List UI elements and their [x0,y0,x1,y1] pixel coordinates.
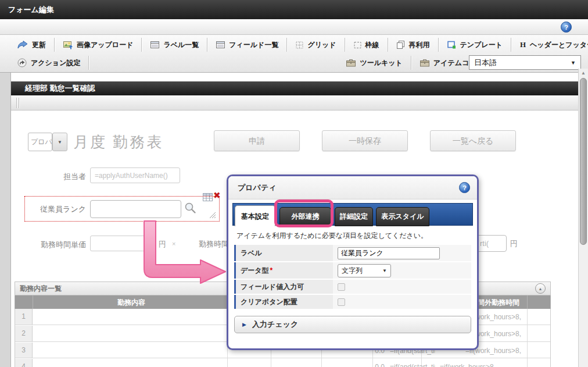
property-label: フィールド値入力可 [234,280,333,294]
cell-start-formula: =if(and(start_time> [390,363,435,367]
toolbar-separator [141,38,142,52]
back-to-list-button[interactable]: 一覧へ戻る [430,130,516,151]
property-row: フィールド値入力可 [234,280,471,294]
work-hours-suffix: 円 [510,238,518,249]
property-row: データ型* 文字列 ▼ [234,262,471,279]
toolkit-button[interactable]: ツールキット [339,55,409,71]
dialog-description: アイテムを利用するために必要な項目を設定してください。 [236,231,428,241]
left-gutter [0,73,11,367]
table-row[interactable]: 4 0.0 =if(and(start_time> =if(work_hours… [15,359,550,367]
label-list-button[interactable]: ラベル一覧 [144,37,206,53]
required-mark: * [270,266,273,275]
form-section-title: 経理部 勤怠一覧確認 [11,81,579,95]
clear-button-checkbox[interactable] [338,298,345,306]
toolbar-separator [438,38,439,52]
properties-dialog: プロパティ ? 基本設定 外部連携 詳細設定 表示スタイル アイテムを利用するた… [227,174,479,350]
grid-icon [296,41,303,49]
grid-button[interactable]: グリッド [289,37,343,53]
page-title: 月度 勤務表 [73,132,163,152]
data-type-value: 文字列 [342,266,363,275]
property-label: データ型* [234,262,333,279]
image-upload-button[interactable]: 画像アップロード [56,37,140,53]
callout-arrow [133,220,232,287]
action-settings-button[interactable]: アクション設定 [10,55,87,71]
title-prefix-combo[interactable]: プロパ [28,133,52,151]
column-header-overtime: 時間外勤務時間 [471,298,529,308]
action-settings-icon [17,58,27,67]
property-value: 文字列 ▼ [333,262,471,279]
property-row: クリアボタン配置 [234,295,471,309]
collapse-button[interactable]: ▲ [535,283,546,294]
input-check-accordion[interactable]: ▶ 入力チェック [234,316,471,333]
label-list-icon [150,41,159,48]
toolbar-separator [286,38,288,52]
tab-display-style[interactable]: 表示スタイル [376,207,429,226]
title-prefix-combo-button[interactable]: ▼ [52,133,67,151]
toolbar-row-2: アクション設定 ツールキット アイテムコピー [10,54,494,72]
cell-hours: 0.0 [340,363,385,367]
tab-detail-settings[interactable]: 詳細設定 [335,207,373,226]
reuse-button[interactable]: 再利用 [390,37,437,53]
toolbar-separator [207,38,208,52]
template-icon [447,41,456,49]
grid-label: グリッド [307,40,336,50]
header-footer-label: ヘッダーとフッター [530,40,588,50]
property-value [333,245,471,261]
action-settings-label: アクション設定 [31,58,80,68]
field-list-button[interactable]: フィールド一覧 [209,37,285,53]
property-label: ラベル [234,245,333,261]
field-list-label: フィールド一覧 [229,40,278,50]
dialog-property-rows: ラベル データ型* 文字列 ▼ フィールド値入力可 クリアボタン配置 [234,245,471,310]
toolbar-separator [411,56,412,70]
data-type-select[interactable]: 文字列 ▼ [338,264,391,277]
label-input[interactable] [338,247,440,259]
accordion-label: 入力チェック [252,320,298,329]
chevron-up-icon: ▲ [539,287,543,291]
template-button[interactable]: テンプレート [440,37,510,53]
tab-basic-settings[interactable]: 基本設定 [235,205,275,226]
language-select-value: 日本語 [474,58,497,67]
toolkit-icon [346,59,356,67]
dialog-title: プロパティ [228,176,477,199]
help-band: ? [0,19,588,35]
image-upload-label: 画像アップロード [77,40,133,50]
chevron-down-icon: ▼ [571,56,576,70]
chevron-down-icon: ▼ [382,265,387,277]
row-number: 2 [15,326,33,341]
image-upload-icon [63,41,73,49]
dialog-help-icon[interactable]: ? [459,182,470,193]
vertical-scrollbar[interactable]: ▲ [578,69,588,367]
form-subband [11,95,579,111]
toolbar-separator [388,38,389,52]
header-footer-button[interactable]: H ヘッダーとフッター [513,37,588,53]
scrollbar-thumb[interactable] [580,78,587,245]
row-number: 4 [15,359,33,367]
header-divider [527,295,528,309]
reuse-icon [397,41,405,49]
dialog-tabstrip: 基本設定 外部連携 詳細設定 表示スタイル [232,203,473,226]
header-footer-icon: H [520,40,526,49]
row-number: 3 [15,343,33,358]
owner-input[interactable] [90,168,180,183]
update-button[interactable]: 更新 [10,37,53,53]
update-label: 更新 [32,40,46,50]
property-label-text: データ型 [241,266,269,276]
property-label: クリアボタン配置 [234,295,333,309]
grip-handle [16,98,17,108]
work-hours-formula-fragment: rti( [480,239,489,248]
row-number: 1 [15,309,33,325]
scrollbar-up-arrow-icon[interactable]: ▲ [579,69,588,77]
help-icon[interactable]: ? [561,22,572,33]
owner-field-label: 担当者 [23,172,86,182]
language-select[interactable]: 日本語 ▼ [469,55,581,70]
toolbar-separator [88,56,89,70]
property-row: ラベル [234,245,471,261]
grip-handle [19,98,20,108]
temp-save-button[interactable]: 一時保存 [322,130,408,151]
column-header-main: 勤務内容 [33,298,230,308]
unit-price-label: 勤務時間単価 [23,240,86,250]
border-button[interactable]: 枠線 [347,37,386,53]
field-list-icon [216,41,225,48]
field-value-input-checkbox[interactable] [338,283,345,291]
submit-button[interactable]: 申請 [214,130,300,151]
